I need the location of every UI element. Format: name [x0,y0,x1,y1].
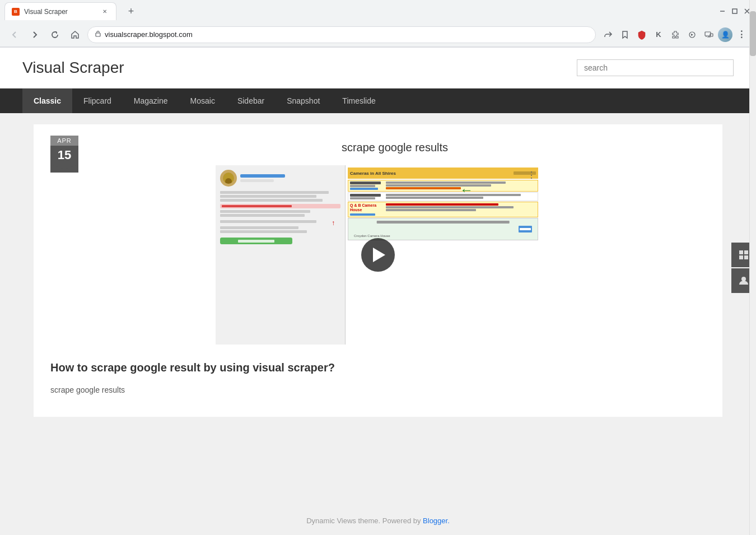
back-button[interactable] [7,27,22,43]
tab-favicon: B [12,8,20,16]
svg-rect-1 [96,33,100,36]
home-button[interactable] [67,27,83,43]
nav-actions: K 👤 ⋮ [600,27,749,43]
minimize-button[interactable] [718,7,727,16]
post-title: scrape google results [84,141,706,154]
page-footer: Dynamic Views theme. Powered by Blogger. [0,505,756,535]
site-header: Visual Scraper [0,48,756,89]
content-area: APR 15 scrape google results [0,113,756,505]
nav-item-mosaic[interactable]: Mosaic [179,89,226,113]
nav-item-snapshot[interactable]: Snapshot [276,89,331,113]
svg-rect-7 [739,255,743,259]
nav-menu: Classic Flipcard Magazine Mosaic Sidebar… [0,89,756,113]
date-month: APR [50,136,78,146]
devices-icon[interactable] [701,27,717,43]
scrollbar-thumb[interactable] [750,11,756,56]
url-text: visualscraper.blogspot.com [105,30,589,39]
scrollbar-track [749,0,756,535]
video-thumbnail: ↑ Camer [216,165,540,345]
refresh-button[interactable] [47,27,63,43]
post-text: scrape google results [50,385,706,394]
video-container[interactable]: ↑ Camer [216,165,540,345]
more-options-button[interactable]: ⋮ [734,27,749,43]
svg-rect-0 [732,9,737,13]
address-bar[interactable]: visualscraper.blogspot.com [87,26,596,43]
nav-bar: visualscraper.blogspot.com K [0,22,756,47]
svg-rect-6 [744,250,748,254]
footer-blogger-link[interactable]: Blogger. [423,517,450,525]
tab-close-button[interactable]: ✕ [100,7,109,16]
active-tab[interactable]: B Visual Scraper ✕ [4,2,116,20]
browser-chrome: B Visual Scraper ✕ + [0,0,756,48]
nav-item-classic[interactable]: Classic [22,89,72,113]
avatar-image: 👤 [718,27,732,42]
nav-item-magazine[interactable]: Magazine [123,89,179,113]
new-tab-button[interactable]: + [123,3,139,19]
extension-k-icon[interactable]: K [651,27,666,43]
profile-avatar[interactable]: 👤 [718,27,732,42]
bookmark-button[interactable] [617,27,633,43]
site-title: Visual Scraper [22,59,124,77]
title-bar: B Visual Scraper ✕ + [0,0,756,22]
play-button[interactable] [361,238,395,272]
nav-item-flipcard[interactable]: Flipcard [72,89,123,113]
svg-rect-5 [739,250,743,254]
svg-rect-8 [744,255,748,259]
svg-point-9 [741,277,746,281]
share-button[interactable] [600,27,616,43]
search-input[interactable] [577,59,734,76]
puzzle-extension-icon[interactable] [668,27,683,43]
nav-item-sidebar[interactable]: Sidebar [226,89,276,113]
post-heading: How to scrape google result by using vis… [50,361,706,374]
post-card: APR 15 scrape google results [34,124,722,417]
date-day: 15 [50,146,78,165]
shield-extension-icon[interactable] [634,27,650,43]
video-play-overlay[interactable] [216,165,540,345]
nav-item-timeslide[interactable]: Timeslide [331,89,386,113]
tab-title: Visual Scraper [24,8,96,16]
lock-icon [95,30,101,39]
window-controls [718,7,752,16]
footer-text: Dynamic Views theme. Powered by [306,517,423,525]
page-wrapper: Visual Scraper Classic Flipcard Magazine… [0,48,756,535]
forward-button[interactable] [27,27,43,43]
media-icon[interactable] [684,27,700,43]
date-badge: APR 15 [50,136,78,173]
maximize-button[interactable] [730,7,739,16]
